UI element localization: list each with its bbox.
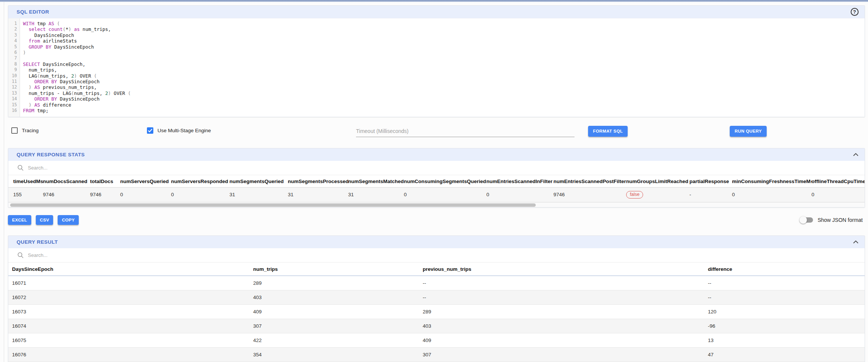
column-header[interactable]: numSegmentsProcessed [288,175,348,188]
code-line: 13 num_trips - LAG(num_trips, 2) OVER ( [8,90,865,96]
column-header[interactable]: totalDocs [90,175,120,188]
collapse-result-chevron-up-icon[interactable] [853,240,859,244]
excel-button[interactable]: EXCEL [8,215,31,225]
column-header[interactable]: numServersQueried [120,175,171,188]
code-line: 1WITH tmp AS ( [8,21,865,26]
line-number: 12 [8,84,20,90]
result-search-row [8,248,865,263]
result-table: DaysSinceEpochnum_tripsprevious_num_trip… [8,263,865,362]
show-json-toggle[interactable] [801,217,813,223]
table-cell: 422 [249,333,419,347]
table-cell: 31 [288,187,348,202]
csv-button[interactable]: CSV [36,215,53,225]
table-cell: -- [419,276,704,290]
line-number: 10 [8,73,20,79]
sql-editor-title: SQL EDITOR [17,9,49,15]
result-title: QUERY RESULT [17,239,58,245]
code-text: ORDER BY DaysSinceEpoch [20,96,99,102]
table-cell: -- [419,290,704,304]
line-number: 5 [8,44,20,50]
scrollbar-thumb[interactable] [10,203,536,207]
table-cell: 13 [704,333,865,347]
code-text [20,55,26,61]
column-header[interactable]: num_trips [249,263,419,276]
sql-editor-header: SQL EDITOR ? [8,6,865,18]
timeout-input[interactable] [356,127,575,137]
line-number: 15 [8,102,20,108]
table-row: 1559746974600313131009746false-00 [8,187,865,202]
table-row: 16074307403-96 [8,319,865,333]
table-cell: 307 [249,319,419,333]
multi-stage-checkbox-box[interactable] [147,127,153,134]
code-line: 3 DaysSinceEpoch [8,32,865,38]
copy-button[interactable]: COPY [58,215,79,225]
code-text: select count(*) as num_trips, [20,26,111,32]
tracing-checkbox[interactable]: Tracing [11,127,39,134]
code-line: 2 select count(*) as num_trips, [8,26,865,32]
stats-table-container: timeUsedMsnumDocsScannedtotalDocsnumServ… [8,175,865,202]
table-row: 16072403---- [8,290,865,304]
column-header[interactable]: previous_num_trips [419,263,704,276]
table-cell: 155 [8,187,43,202]
line-number: 1 [8,21,20,26]
tracing-label: Tracing [22,128,39,133]
code-text: num_trips, [20,67,57,73]
help-icon[interactable]: ? [851,8,859,16]
column-header[interactable]: numGroupsLimitReached [626,175,689,188]
code-line: 14 ORDER BY DaysSinceEpoch [8,96,865,102]
table-cell: 307 [419,347,704,362]
result-header: QUERY RESULT [8,236,865,248]
stats-title: QUERY RESPONSE STATS [17,152,85,157]
stats-header: QUERY RESPONSE STATS [8,148,865,161]
table-cell: 0 [404,187,486,202]
table-cell: 0 [732,187,811,202]
query-console: SQL EDITOR ? 1WITH tmp AS (2 select coun… [4,2,868,362]
status-badge: false [626,191,643,199]
format-sql-button[interactable]: FORMAT SQL [588,126,628,137]
sql-code-editor[interactable]: 1WITH tmp AS (2 select count(*) as num_t… [8,18,865,117]
column-header[interactable]: numEntriesScannedPostFilter [553,175,626,188]
stats-search-input[interactable] [27,165,185,171]
column-header[interactable]: DaysSinceEpoch [8,263,249,276]
line-number: 14 [8,96,20,102]
column-header[interactable]: numConsumingSegmentsQueried [404,175,486,188]
table-cell: 16074 [8,319,249,333]
code-line: 9 num_trips, [8,67,865,73]
table-cell: -96 [704,319,865,333]
table-cell: 289 [249,276,419,290]
column-header[interactable]: timeUsedMs [8,175,43,188]
table-cell: 403 [419,319,704,333]
stats-horizontal-scrollbar[interactable] [8,202,865,207]
code-text: LAG(num_trips, 2) OVER ( [20,73,97,79]
result-search-input[interactable] [27,252,185,258]
code-text: DaysSinceEpoch [20,32,74,38]
multi-stage-checkbox[interactable]: Use Multi-Stage Engine [147,127,211,134]
collapse-stats-chevron-up-icon[interactable] [853,153,859,156]
table-cell: 120 [704,304,865,319]
column-header[interactable]: numEntriesScannedInFilter [486,175,553,188]
json-format-toggle-group: Show JSON format [801,217,865,223]
line-number: 7 [8,55,20,61]
table-cell: 16075 [8,333,249,347]
toggle-knob[interactable] [799,216,807,224]
stats-search-row [8,161,865,175]
column-header[interactable]: numSegmentsQueried [229,175,288,188]
table-cell: - [689,187,732,202]
table-cell: 354 [249,347,419,362]
column-header[interactable]: numServersResponded [171,175,229,188]
table-cell: 409 [249,304,419,319]
run-query-button[interactable]: RUN QUERY [730,126,767,137]
code-text: from airlineStats [20,38,77,44]
column-header[interactable]: difference [704,263,865,276]
table-cell: 16071 [8,276,249,290]
column-header[interactable]: partialResponse [689,175,732,188]
column-header[interactable]: numDocsScanned [43,175,90,188]
table-cell: 16073 [8,304,249,319]
column-header[interactable]: offlineThreadCpuTimeNs [811,175,865,188]
table-cell: 409 [419,333,704,347]
multi-stage-label: Use Multi-Stage Engine [157,128,211,133]
column-header[interactable]: numSegmentsMatched [348,175,404,188]
column-header[interactable]: minConsumingFreshnessTimeMs [732,175,811,188]
code-line: 7 [8,55,865,61]
tracing-checkbox-box[interactable] [11,127,18,134]
